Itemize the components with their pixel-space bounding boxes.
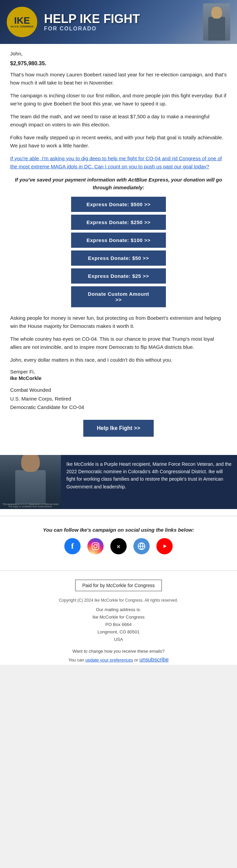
paragraph-4: Folks have really stepped up in recent w… bbox=[10, 134, 227, 150]
or-text: or bbox=[134, 657, 138, 662]
header-text-block: HELP IKE FIGHT FOR COLORADO bbox=[44, 12, 203, 32]
greeting: John, bbox=[10, 51, 227, 56]
social-section: You can follow Ike's campaign on social … bbox=[0, 522, 237, 565]
copyright: Copyright (C) 2024 Ike McCorkle for Cong… bbox=[0, 598, 237, 603]
donate-custom-button[interactable]: Donate Custom Amount >> bbox=[71, 286, 166, 307]
after-buttons-1: Asking people for money is never fun, bu… bbox=[10, 314, 227, 330]
mailing-line-3: Longmont, CO 80501 bbox=[0, 628, 237, 636]
svg-point-2 bbox=[97, 544, 98, 545]
bio-text: Ike McCorkle is a Purple Heart recipient… bbox=[61, 455, 237, 509]
unsubscribe-link[interactable]: unsubscribe bbox=[139, 657, 169, 662]
header-person-image bbox=[203, 3, 230, 41]
header-title: HELP IKE FIGHT bbox=[44, 12, 203, 26]
help-ike-fight-button[interactable]: Help Ike Fight >> bbox=[83, 420, 154, 437]
signature-section: Semper Fi, Ike McCorkle bbox=[10, 369, 227, 381]
logo-subtitle: for U.S. CONGRESS bbox=[11, 25, 34, 28]
donate-50-button[interactable]: Express Donate: $50 >> bbox=[71, 250, 166, 266]
update-preferences-link[interactable]: update your preferences bbox=[85, 657, 133, 662]
paragraph-1: That's how much money Lauren Boebert rai… bbox=[10, 71, 227, 87]
donate-250-button[interactable]: Express Donate: $250 >> bbox=[71, 215, 166, 230]
header-subtitle: FOR COLORADO bbox=[44, 26, 203, 32]
campaign-logo: IKE for U.S. CONGRESS bbox=[7, 7, 37, 37]
amount: $2,975,980.35. bbox=[10, 61, 227, 67]
credential-2: U.S. Marine Corps, Retired bbox=[10, 394, 227, 403]
top-divider bbox=[0, 516, 237, 516]
instagram-icon[interactable] bbox=[87, 538, 104, 554]
semper-fi: Semper Fi, bbox=[10, 369, 227, 375]
actblue-note: If you've saved your payment information… bbox=[10, 176, 227, 191]
paid-by-label: Paid for by McCorkle for Congress bbox=[75, 580, 162, 591]
mailing-line-2: PO Box 6664 bbox=[0, 621, 237, 628]
cta-link[interactable]: If you're able, I'm asking you to dig de… bbox=[10, 154, 227, 171]
mailing-label: Our mailing address is: bbox=[0, 606, 237, 613]
svg-marker-5 bbox=[164, 545, 167, 548]
donate-25-button[interactable]: Express Donate: $25 >> bbox=[71, 268, 166, 284]
header-banner: IKE for U.S. CONGRESS HELP IKE FIGHT FOR… bbox=[0, 0, 237, 44]
website-icon[interactable] bbox=[133, 538, 150, 554]
svg-rect-0 bbox=[92, 543, 99, 550]
bottom-divider bbox=[0, 571, 237, 571]
facebook-icon[interactable]: f bbox=[64, 538, 81, 554]
svg-point-1 bbox=[94, 545, 97, 548]
credential-3: Democratic Candidate for CO-04 bbox=[10, 403, 227, 412]
mailing-line-1: Ike McCorkle for Congress bbox=[0, 613, 237, 621]
after-buttons-2: The whole country has eyes on CO-04. Thi… bbox=[10, 335, 227, 351]
paid-by-section: Paid for by McCorkle for Congress bbox=[0, 576, 237, 595]
credentials-section: Combat Wounded U.S. Marine Corps, Retire… bbox=[10, 386, 227, 412]
credential-1: Combat Wounded bbox=[10, 386, 227, 394]
update-text: You can bbox=[68, 657, 84, 662]
footer-links: Want to change how you receive these ema… bbox=[0, 647, 237, 665]
donate-100-button[interactable]: Express Donate: $100 >> bbox=[71, 233, 166, 248]
bio-image: The appearance of U.S. Department of Def… bbox=[0, 455, 61, 509]
logo-ike-text: IKE bbox=[14, 16, 30, 25]
email-wrapper: IKE for U.S. CONGRESS HELP IKE FIGHT FOR… bbox=[0, 0, 237, 665]
donate-500-button[interactable]: Express Donate: $500 >> bbox=[71, 197, 166, 212]
change-text: Want to change how you receive these ema… bbox=[0, 647, 237, 655]
mailing-section: Our mailing address is: Ike McCorkle for… bbox=[0, 606, 237, 643]
body-content: John, $2,975,980.35. That's how much mon… bbox=[0, 44, 237, 452]
paragraph-2: The campaign is inching closer to our fi… bbox=[10, 92, 227, 108]
twitter-x-icon[interactable]: ✕ bbox=[110, 538, 127, 554]
signature-name: Ike McCorkle bbox=[10, 375, 227, 381]
social-title: You can follow Ike's campaign on social … bbox=[10, 527, 227, 533]
after-buttons-3: John, every dollar matters in this race,… bbox=[10, 356, 227, 364]
donate-buttons-container: Express Donate: $500 >> Express Donate: … bbox=[10, 197, 227, 307]
youtube-icon[interactable] bbox=[156, 538, 173, 554]
mailing-line-4: USA bbox=[0, 636, 237, 643]
bio-caption: The appearance of U.S. Department of Def… bbox=[0, 502, 61, 509]
paragraph-3: The team did the math, and we need to ra… bbox=[10, 113, 227, 129]
help-btn-section: Help Ike Fight >> bbox=[10, 420, 227, 437]
bio-section: The appearance of U.S. Department of Def… bbox=[0, 455, 237, 509]
social-icons-row: f ✕ bbox=[10, 538, 227, 554]
